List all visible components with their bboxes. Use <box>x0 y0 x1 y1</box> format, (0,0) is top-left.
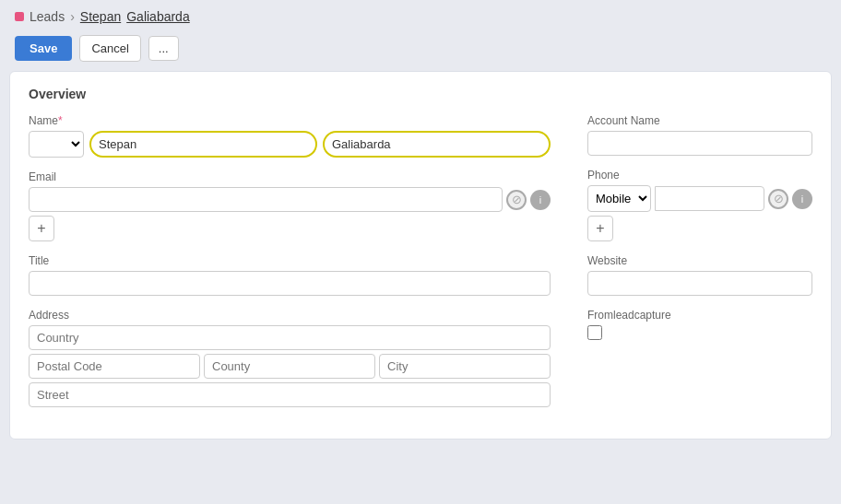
phone-field-group: Phone Mobile Home Work Other ⊘ i + <box>587 169 812 241</box>
address-section: Address <box>29 309 551 407</box>
record-last-name[interactable]: Galiabarda <box>126 9 190 24</box>
phone-label: Phone <box>587 169 812 182</box>
website-label: Website <box>587 254 812 267</box>
form-layout: Name* Mr. Mrs. Ms. Dr. Email <box>29 114 812 420</box>
action-bar: Save Cancel ... <box>0 29 841 71</box>
name-label: Name* <box>29 114 551 127</box>
postal-code-input[interactable] <box>29 354 200 379</box>
phone-info-icon[interactable]: i <box>792 189 812 209</box>
name-title-select[interactable]: Mr. Mrs. Ms. Dr. <box>29 131 84 158</box>
breadcrumb-separator: › <box>70 9 75 24</box>
city-input[interactable] <box>379 354 551 379</box>
phone-type-select[interactable]: Mobile Home Work Other <box>587 185 651 212</box>
email-input-row: ⊘ i <box>29 187 551 212</box>
right-column: Account Name Phone Mobile Home Work Othe… <box>587 114 812 420</box>
leads-breadcrumb-link[interactable]: Leads <box>30 9 65 24</box>
account-name-input[interactable] <box>587 131 812 156</box>
address-label: Address <box>29 309 551 322</box>
save-button[interactable]: Save <box>15 36 72 61</box>
name-field-group: Name* Mr. Mrs. Ms. Dr. <box>29 114 551 158</box>
website-input[interactable] <box>587 271 812 296</box>
email-ban-icon[interactable]: ⊘ <box>506 190 527 210</box>
add-phone-button[interactable]: + <box>587 216 613 241</box>
app-dot-icon <box>15 12 24 21</box>
phone-ban-icon[interactable]: ⊘ <box>768 189 788 209</box>
title-label: Title <box>29 254 551 267</box>
phone-input[interactable] <box>655 186 764 211</box>
more-options-button[interactable]: ... <box>148 36 179 61</box>
main-card: Overview Name* Mr. Mrs. Ms. Dr. <box>9 71 832 440</box>
street-input[interactable] <box>29 382 551 407</box>
top-bar: Leads › Stepan Galiabarda <box>0 0 841 29</box>
last-name-input[interactable] <box>323 131 551 158</box>
website-field-group: Website <box>587 254 812 296</box>
title-field-group: Title <box>29 254 551 296</box>
first-name-input[interactable] <box>89 131 317 158</box>
cancel-button[interactable]: Cancel <box>79 35 140 62</box>
account-name-label: Account Name <box>587 114 812 127</box>
name-input-row: Mr. Mrs. Ms. Dr. <box>29 131 551 158</box>
email-field-group: Email ⊘ i + <box>29 170 551 241</box>
country-input[interactable] <box>29 325 551 350</box>
breadcrumb: Leads › Stepan Galiabarda <box>15 9 190 24</box>
phone-input-row: Mobile Home Work Other ⊘ i <box>587 185 812 212</box>
from-lead-capture-checkbox[interactable] <box>587 325 602 340</box>
from-lead-capture-group: Fromleadcapture <box>587 309 812 340</box>
email-info-icon[interactable]: i <box>530 190 551 210</box>
address-row2 <box>29 354 551 379</box>
county-input[interactable] <box>204 354 375 379</box>
account-name-group: Account Name <box>587 114 812 156</box>
add-email-button[interactable]: + <box>29 216 54 241</box>
email-input[interactable] <box>29 187 503 212</box>
record-first-name[interactable]: Stepan <box>80 9 121 24</box>
title-input[interactable] <box>29 271 551 296</box>
overview-section-title: Overview <box>29 87 812 101</box>
from-lead-capture-label: Fromleadcapture <box>587 309 812 322</box>
email-label: Email <box>29 170 551 183</box>
left-column: Name* Mr. Mrs. Ms. Dr. Email <box>29 114 551 420</box>
